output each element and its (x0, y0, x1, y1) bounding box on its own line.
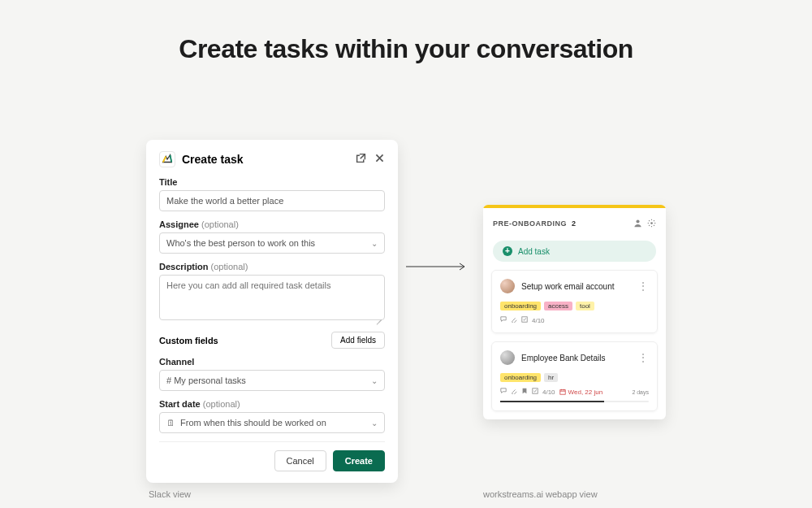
tag: onboarding (500, 302, 541, 310)
days-remaining: 2 days (632, 389, 649, 395)
progress-bar (500, 401, 649, 402)
checklist-progress: 4/10 (542, 389, 555, 396)
channel-label: Channel (159, 357, 385, 367)
attachment-icon (511, 388, 517, 396)
assignee-select[interactable]: Who's the best person to work on this ⌄ (159, 232, 385, 254)
svg-point-2 (650, 222, 653, 224)
kanban-column: PRE-ONBOARDING 2 + Add task Setup work e… (483, 205, 666, 419)
column-title: PRE-ONBOARDING (493, 219, 567, 228)
tag: access (544, 302, 572, 310)
checklist-icon (532, 388, 538, 396)
create-button[interactable]: Create (333, 450, 385, 471)
svg-point-1 (636, 219, 639, 223)
chevron-down-icon: ⌄ (371, 376, 378, 385)
attachment-icon (511, 316, 517, 324)
channel-select[interactable]: # My personal tasks ⌄ (159, 370, 385, 391)
title-input[interactable] (159, 190, 385, 211)
description-textarea[interactable] (159, 275, 385, 320)
due-date: Wed, 22 jun (559, 389, 603, 396)
calendar-icon: 🗓 (166, 418, 175, 428)
checklist-icon (521, 316, 528, 324)
assignee-label: Assignee (optional) (159, 219, 385, 229)
description-label: Description (optional) (159, 262, 385, 271)
webapp-view-caption: workstreams.ai webapp view (483, 489, 598, 499)
open-external-icon[interactable] (356, 152, 366, 167)
bookmark-icon (521, 388, 528, 396)
user-icon[interactable] (633, 216, 642, 231)
card-menu-icon[interactable]: ⋮ (637, 355, 649, 361)
chevron-down-icon: ⌄ (371, 239, 378, 248)
checklist-progress: 4/10 (532, 317, 545, 324)
page-heading: Create tasks within your conversation (0, 34, 812, 64)
task-title: Employee Bank Details (521, 354, 631, 363)
task-card[interactable]: Setup work email account ⋮ onboarding ac… (491, 270, 658, 333)
gear-icon[interactable] (647, 216, 656, 231)
tag: hr (544, 373, 558, 382)
column-count: 2 (572, 219, 576, 228)
arrow-icon (406, 258, 471, 275)
tag: tool (576, 302, 594, 310)
cancel-button[interactable]: Cancel (274, 450, 326, 471)
plus-icon: + (503, 246, 512, 256)
start-date-label: Start date (optional) (159, 399, 385, 409)
create-task-modal: Create task Title Assignee (optional) Wh… (146, 140, 398, 483)
workstreams-app-icon (159, 151, 175, 167)
add-fields-button[interactable]: Add fields (331, 332, 385, 349)
chevron-down-icon: ⌄ (371, 419, 378, 428)
custom-fields-label: Custom fields (159, 336, 218, 345)
close-icon[interactable] (374, 152, 385, 167)
add-task-button[interactable]: + Add task (493, 241, 656, 262)
tag: onboarding (500, 373, 541, 382)
start-date-select[interactable]: 🗓 From when this should be worked on ⌄ (159, 412, 385, 433)
chat-icon (500, 388, 507, 396)
title-label: Title (159, 177, 385, 187)
slack-view-caption: Slack view (149, 489, 191, 499)
resize-handle-icon[interactable] (375, 314, 382, 320)
avatar (500, 279, 515, 293)
card-menu-icon[interactable]: ⋮ (637, 284, 649, 289)
task-card[interactable]: Employee Bank Details ⋮ onboarding hr 4/… (491, 341, 658, 411)
task-title: Setup work email account (521, 282, 631, 291)
svg-rect-5 (559, 390, 564, 395)
chat-icon (500, 316, 507, 324)
modal-title: Create task (182, 153, 349, 166)
avatar (500, 350, 515, 365)
